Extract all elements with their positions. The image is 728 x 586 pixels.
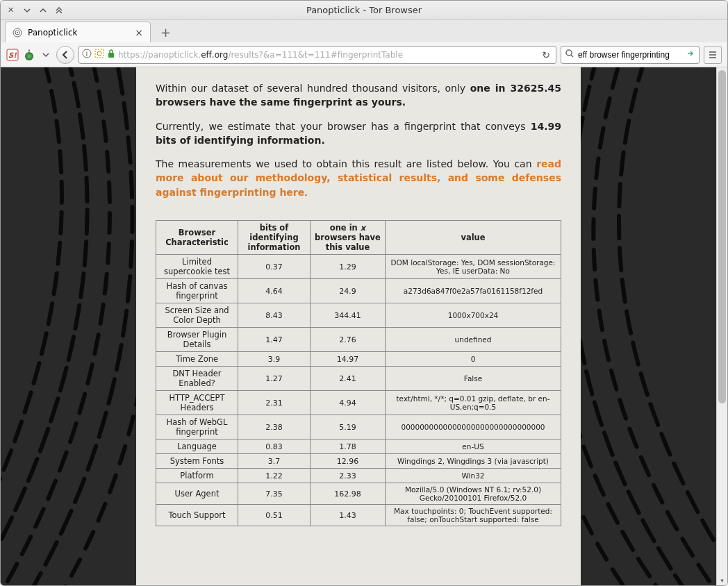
table-row: User Agent7.35162.98Mozilla/5.0 (Windows…: [156, 483, 561, 505]
close-window-button[interactable]: ✕: [6, 6, 15, 15]
search-go-icon[interactable]: [686, 49, 695, 60]
cell-c: DNT Header Enabled?: [156, 367, 238, 391]
window-titlebar: ✕ Panopticlick - Tor Browser: [1, 1, 727, 20]
address-bar[interactable]: i https://panopticlick.eff.org/results?&…: [78, 46, 556, 64]
table-row: Time Zone3.914.970: [156, 352, 561, 367]
svg-text:S!: S!: [8, 51, 17, 59]
cell-b: 0.83: [238, 440, 311, 454]
scrollbar-thumb[interactable]: [718, 70, 726, 403]
search-bar[interactable]: [561, 46, 700, 64]
search-icon: [565, 49, 574, 60]
cell-v: a273d6a847f0e2a57fa0161158f12fed: [386, 279, 561, 303]
cell-b: 2.38: [238, 415, 311, 440]
cell-c: Language: [156, 440, 238, 454]
cell-o: 2.76: [311, 328, 386, 352]
cell-v: Wingdings 2, Wingdings 3 (via javascript…: [386, 454, 561, 469]
tracking-protection-icon[interactable]: [94, 49, 104, 60]
cell-v: False: [386, 367, 561, 391]
cell-b: 1.22: [238, 469, 311, 483]
summary-paragraph-3: The measurements we used to obtain this …: [156, 157, 561, 199]
cell-b: 0.51: [238, 505, 311, 526]
cell-v: text/html, */*; q=0.01 gzip, deflate, br…: [386, 391, 561, 415]
table-row: Language0.831.78en-US: [156, 440, 561, 454]
table-row: Touch Support0.511.43Max touchpoints: 0;…: [156, 505, 561, 526]
table-row: DNT Header Enabled?1.272.41False: [156, 367, 561, 391]
cell-o: 2.41: [311, 367, 386, 391]
cell-o: 1.43: [311, 505, 386, 526]
svg-point-13: [566, 50, 572, 56]
col-bits: bits of identifying information: [238, 221, 311, 255]
svg-line-14: [571, 55, 573, 57]
vertical-scrollbar[interactable]: ▾: [716, 67, 727, 585]
table-row: Hash of canvas fingerprint4.6424.9a273d6…: [156, 279, 561, 303]
summary-paragraph-2: Currently, we estimate that your browser…: [156, 119, 561, 148]
new-tab-button[interactable]: +: [155, 22, 176, 42]
cell-c: Platform: [156, 469, 238, 483]
cell-v: 0000000000000000000000000000000: [386, 415, 561, 440]
back-button[interactable]: [56, 46, 74, 64]
page-background: Within our dataset of several hundred th…: [1, 67, 716, 585]
table-row: HTTP_ACCEPT Headers2.314.94text/html, */…: [156, 391, 561, 415]
col-value: value: [386, 221, 561, 255]
col-one-in-x: one in x browsers have this value: [311, 221, 386, 255]
svg-rect-10: [95, 49, 104, 58]
minimize-window-button[interactable]: [22, 6, 31, 15]
cell-c: Limited supercookie test: [156, 255, 238, 279]
tab-title: Panopticlick: [28, 28, 77, 37]
svg-point-11: [97, 51, 101, 56]
lock-icon[interactable]: [107, 49, 115, 60]
browser-window: ✕ Panopticlick - Tor Browser Panopticlic…: [0, 0, 728, 586]
scrollbar-down-arrow[interactable]: ▾: [717, 576, 727, 585]
fingerprint-table: Browser Characteristic bits of identifyi…: [156, 220, 561, 526]
cell-b: 3.9: [238, 352, 311, 367]
cell-o: 1.29: [311, 255, 386, 279]
cell-v: Win32: [386, 469, 561, 483]
tor-onion-icon[interactable]: [23, 49, 35, 61]
table-row: Hash of WebGL fingerprint2.385.190000000…: [156, 415, 561, 440]
cell-v: 0: [386, 352, 561, 367]
page-main-content: Within our dataset of several hundred th…: [136, 67, 581, 585]
content-area: Within our dataset of several hundred th…: [1, 67, 727, 585]
table-row: Platform1.222.33Win32: [156, 469, 561, 483]
addon-s3-icon[interactable]: S!: [6, 49, 19, 61]
cell-v: en-US: [386, 440, 561, 454]
summary-paragraph-1: Within our dataset of several hundred th…: [156, 81, 561, 110]
table-row: Limited supercookie test0.371.29DOM loca…: [156, 255, 561, 279]
menu-button[interactable]: [704, 46, 722, 64]
svg-point-7: [28, 55, 31, 58]
tab-strip: Panopticlick × +: [1, 20, 727, 42]
cell-c: Hash of WebGL fingerprint: [156, 415, 238, 440]
cell-v: undefined: [386, 328, 561, 352]
page-viewport: Within our dataset of several hundred th…: [1, 67, 716, 585]
table-header-row: Browser Characteristic bits of identifyi…: [156, 221, 561, 255]
security-level-dropdown[interactable]: [40, 49, 52, 61]
cell-b: 2.31: [238, 391, 311, 415]
cell-b: 7.35: [238, 483, 311, 505]
cell-v: 1000x700x24: [386, 303, 561, 328]
tab-close-button[interactable]: ×: [135, 27, 143, 38]
col-characteristic: Browser Characteristic: [156, 221, 238, 255]
cell-c: Screen Size and Color Depth: [156, 303, 238, 328]
cell-o: 2.33: [311, 469, 386, 483]
reload-button[interactable]: ↻: [539, 49, 553, 60]
browser-tab[interactable]: Panopticlick ×: [5, 22, 151, 42]
tab-favicon-icon: [13, 28, 22, 37]
cell-b: 1.47: [238, 328, 311, 352]
cell-o: 5.19: [311, 415, 386, 440]
window-controls: ✕: [6, 6, 63, 15]
restore-window-button[interactable]: [54, 6, 63, 15]
cell-o: 12.96: [311, 454, 386, 469]
cell-o: 4.94: [311, 391, 386, 415]
cell-o: 24.9: [311, 279, 386, 303]
identity-info-icon[interactable]: i: [82, 49, 92, 60]
maximize-window-button[interactable]: [38, 6, 47, 15]
cell-b: 3.7: [238, 454, 311, 469]
cell-c: Hash of canvas fingerprint: [156, 279, 238, 303]
cell-o: 1.78: [311, 440, 386, 454]
cell-b: 4.64: [238, 279, 311, 303]
cell-v: Mozilla/5.0 (Windows NT 6.1; rv:52.0) Ge…: [386, 483, 561, 505]
search-input[interactable]: [578, 50, 682, 60]
cell-c: System Fonts: [156, 454, 238, 469]
cell-o: 14.97: [311, 352, 386, 367]
url-text: https://panopticlick.eff.org/results?&a=…: [118, 50, 536, 60]
